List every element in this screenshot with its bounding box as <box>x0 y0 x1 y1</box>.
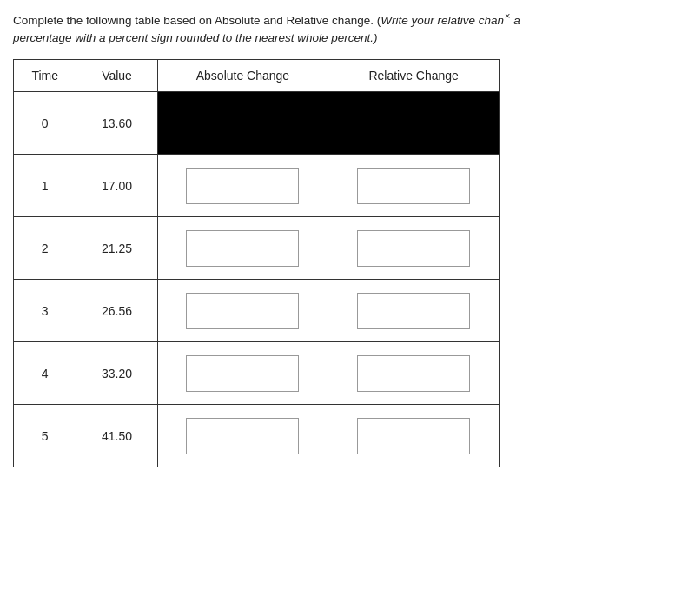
cell-relative-4[interactable] <box>328 342 500 405</box>
cell-absolute-3[interactable] <box>157 280 328 342</box>
cell-absolute-5[interactable] <box>157 405 328 467</box>
table-row: 013.60 <box>14 92 500 155</box>
input-absolute-2[interactable] <box>186 230 299 267</box>
header-time: Time <box>14 60 76 92</box>
table-row: 117.00 <box>14 155 500 217</box>
cell-time-2: 2 <box>14 217 76 280</box>
input-absolute-1[interactable] <box>186 168 299 204</box>
cell-value-4: 33.20 <box>76 342 157 405</box>
main-table: Time Value Absolute Change Relative Chan… <box>13 59 500 467</box>
cell-relative-5[interactable] <box>328 405 500 467</box>
cell-relative-3[interactable] <box>328 280 500 342</box>
input-absolute-4[interactable] <box>186 355 299 392</box>
header-value: Value <box>76 60 157 92</box>
cell-time-3: 3 <box>14 280 76 342</box>
header-relative: Relative Change <box>328 60 500 92</box>
instruction-text-line1: Complete the following table based on Ab… <box>13 14 504 27</box>
cell-value-5: 41.50 <box>76 405 157 467</box>
instructions: Complete the following table based on Ab… <box>13 9 682 47</box>
header-absolute: Absolute Change <box>157 60 328 92</box>
cell-relative-1[interactable] <box>328 155 500 217</box>
cell-relative-2[interactable] <box>328 217 500 280</box>
table-row: 433.20 <box>14 342 500 405</box>
cell-value-2: 21.25 <box>76 217 157 280</box>
cell-absolute-2[interactable] <box>157 217 328 280</box>
input-absolute-3[interactable] <box>186 293 299 329</box>
input-absolute-5[interactable] <box>186 418 299 454</box>
cell-time-5: 5 <box>14 405 76 467</box>
cell-time-0: 0 <box>14 92 76 155</box>
input-relative-1[interactable] <box>357 168 470 204</box>
cell-value-0: 13.60 <box>76 92 157 155</box>
input-relative-3[interactable] <box>357 293 470 329</box>
cell-value-3: 26.56 <box>76 280 157 342</box>
table-row: 541.50 <box>14 405 500 467</box>
input-relative-2[interactable] <box>357 230 470 267</box>
cell-time-1: 1 <box>14 155 76 217</box>
cell-time-4: 4 <box>14 342 76 405</box>
input-relative-4[interactable] <box>357 355 470 392</box>
cell-absolute-4[interactable] <box>157 342 328 405</box>
input-relative-5[interactable] <box>357 418 470 454</box>
table-row: 221.25 <box>14 217 500 280</box>
cell-value-1: 17.00 <box>76 155 157 217</box>
table-row: 326.56 <box>14 280 500 342</box>
cell-relative-0 <box>328 92 500 155</box>
cell-absolute-1[interactable] <box>157 155 328 217</box>
cell-absolute-0 <box>157 92 328 155</box>
